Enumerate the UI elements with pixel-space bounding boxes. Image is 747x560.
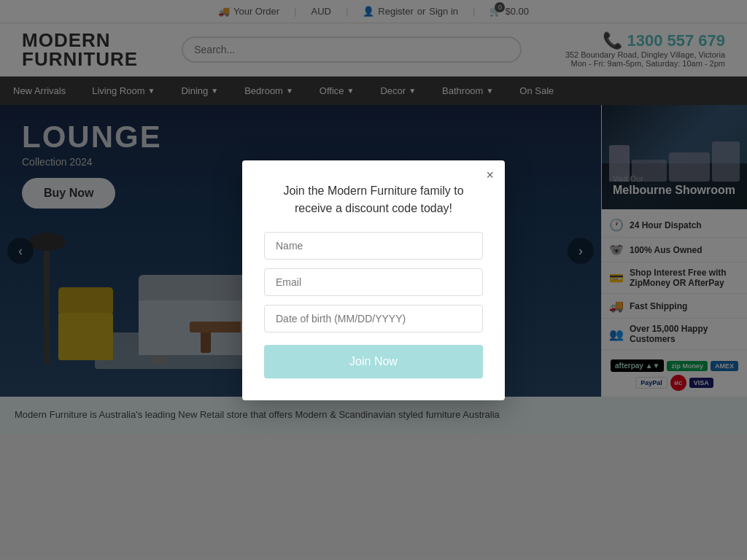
- dob-field[interactable]: [264, 305, 483, 332]
- join-now-button[interactable]: Join Now: [264, 345, 483, 378]
- modal-title: Join the Modern Furniture family to rece…: [264, 182, 483, 217]
- email-field[interactable]: [264, 268, 483, 296]
- modal-overlay: × Join the Modern Furniture family to re…: [0, 0, 747, 560]
- modal-close-button[interactable]: ×: [486, 168, 494, 183]
- name-field[interactable]: [264, 232, 483, 260]
- signup-modal: × Join the Modern Furniture family to re…: [242, 160, 505, 400]
